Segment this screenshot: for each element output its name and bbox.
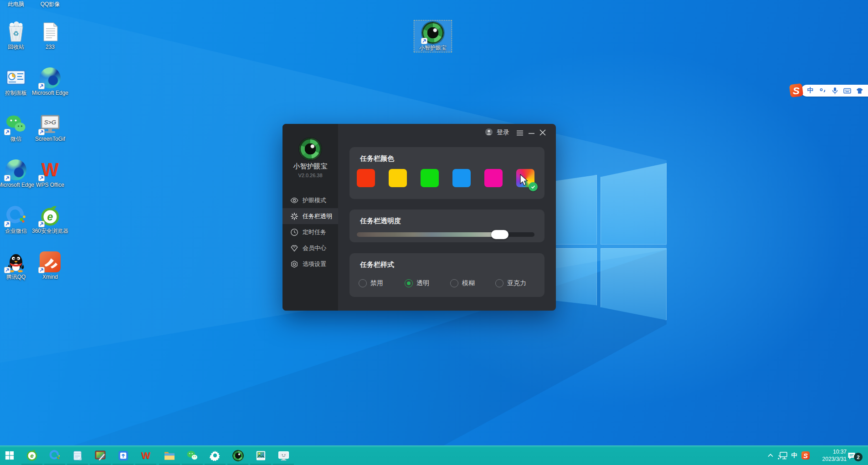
taskbar-icon-settings[interactable] [209,450,221,461]
start-button[interactable] [4,450,15,461]
sidebar-item-taskbar-transparency[interactable]: 任务栏透明 [282,208,338,224]
svg-text:e: e [30,452,33,459]
taskbar-icon-360-browser[interactable]: e [26,450,38,461]
tray-clock[interactable]: 10:37 2023/3/31 [815,448,847,463]
desktop-icon-this-pc[interactable]: 此电脑 [0,0,35,8]
svg-text:e: e [47,211,53,223]
close-button[interactable] [539,129,546,136]
desktop-icon-qq-image[interactable]: QQ影像 [31,0,69,8]
sidebar-item-options[interactable]: 选项设置 [282,256,338,272]
taskbar-icon-notepad[interactable] [72,450,83,461]
sidebar-item-eye-mode[interactable]: 护眼模式 [282,192,338,208]
svg-text:S>G: S>G [44,119,56,126]
swatch-red[interactable] [357,169,375,187]
aperture-icon [422,22,444,44]
check-badge-icon [529,182,538,191]
desktop-icon-edge-2[interactable]: Microsoft Edge [0,159,35,188]
qq-icon [5,251,27,273]
desktop-icon-label: 控制面板 [5,90,27,96]
swatch-yellow[interactable] [389,169,407,187]
edge-icon [39,67,61,89]
opacity-slider-thumb[interactable] [491,230,508,239]
desktop-icon-wps[interactable]: W WPS Office [31,159,69,188]
taskbar-icon-screen-recorder[interactable] [277,450,289,461]
clock-date: 2023/3/31 [815,455,847,463]
radio-blur[interactable]: 模糊 [450,279,475,287]
edge-icon [5,159,27,181]
taskbar-style-panel: 任务栏样式 禁用 透明 模糊 亚克力 [349,253,544,297]
desktop-icon-recycle-bin[interactable]: ♻ 回收站 [0,21,35,50]
desktop-icon-qq[interactable]: 腾讯QQ [0,251,35,280]
radio-transparent-selected[interactable]: 透明 [405,279,429,287]
app-sidebar: 小智护眼宝 V2.0.26.38 护眼模式 任务栏透明 定时任务 会员中心 [282,124,338,311]
radio-circle-icon [450,279,458,287]
tray-network-icon[interactable] [777,452,787,460]
wecom-icon [5,205,27,227]
taskbar-icon-wechat[interactable] [186,450,198,461]
swatch-blue[interactable] [452,169,471,187]
radio-disable[interactable]: 禁用 [359,279,383,287]
desktop-icon-edge[interactable]: Microsoft Edge [31,67,69,96]
shortcut-arrow-icon [4,267,10,273]
avatar [485,128,493,136]
desktop-icon-xmind[interactable]: Xmind [31,251,69,280]
close-icon [539,129,546,136]
sogou-keyboard-icon[interactable] [843,87,851,95]
swatch-green[interactable] [421,169,439,187]
sidebar-item-member-center[interactable]: 会员中心 [282,240,338,256]
360-browser-icon: e [39,205,61,227]
svg-text:S: S [793,85,800,97]
desktop-icon-screentogif[interactable]: S>G ScreenToGif [31,113,69,142]
tray-sogou-icon[interactable]: S [801,451,810,460]
radio-label: 禁用 [370,279,383,287]
desktop-icon-wechat[interactable]: 微信 [0,113,35,142]
clock-icon [290,228,298,236]
tray-chevron-up-icon[interactable] [767,453,774,458]
sogou-mode-chinese[interactable]: 中 [806,87,814,95]
radio-acrylic[interactable]: 亚克力 [495,279,526,287]
desktop-icon-label: 360安全浏览器 [32,228,68,234]
gem-icon [290,244,298,252]
sogou-input-toolbar: S 中 [789,83,868,98]
desktop-icon-label: 企业微信 [5,228,27,234]
notification-count-badge: 2 [854,453,863,461]
desktop-icon-label: 微信 [10,136,21,142]
desktop-icon-control-panel[interactable]: 控制面板 [0,67,35,96]
desktop-icon-label: ScreenToGif [35,136,65,142]
desktop-icon-label: Microsoft Edge [32,90,68,96]
menu-button[interactable] [516,130,524,136]
taskbar-icon-eye-care-app[interactable] [232,450,244,461]
shortcut-arrow-icon [4,175,10,181]
sogou-mic-icon[interactable] [831,87,839,95]
tray-input-mode-indicator[interactable]: 中 [790,451,798,460]
minimize-icon [529,130,534,136]
desktop-icon-233[interactable]: 233 [31,21,69,50]
desktop-icon-wecom[interactable]: 企业微信 [0,205,35,234]
desktop-icon-360-browser[interactable]: e 360安全浏览器 [31,205,69,234]
taskbar-icon-share-arrow[interactable] [117,450,129,461]
panel-title: 任务栏透明度 [360,217,401,225]
swatch-magenta[interactable] [484,169,503,187]
svg-text:S: S [803,452,808,460]
taskbar-icon-image-viewer[interactable] [94,450,106,461]
sogou-logo-icon[interactable]: S [789,83,803,97]
sogou-punctuation-icon[interactable] [819,87,827,95]
radio-label: 亚克力 [507,279,526,287]
opacity-slider-track[interactable] [357,232,534,237]
recycle-bin-icon: ♻ [5,21,27,43]
taskbar-icon-photos[interactable] [255,450,267,461]
taskbar-icon-file-explorer[interactable] [164,450,175,461]
swatch-rainbow-selected[interactable] [516,169,534,187]
login-button[interactable]: 登录 [497,128,509,137]
taskbar-icon-wecom[interactable] [49,450,61,461]
taskbar-icon-wps[interactable]: W [140,450,152,461]
xmind-icon [39,251,61,273]
minimize-button[interactable] [528,130,535,136]
taskbar: e W [0,445,868,465]
sidebar-item-scheduled-tasks[interactable]: 定时任务 [282,224,338,240]
sogou-skin-icon[interactable] [856,87,863,95]
app-logo-aperture-icon [299,138,321,160]
opacity-slider-fill [357,232,507,237]
desktop-icon-eye-care-selected[interactable]: 小智护眼宝 [414,20,452,52]
shortcut-arrow-icon [4,129,10,135]
